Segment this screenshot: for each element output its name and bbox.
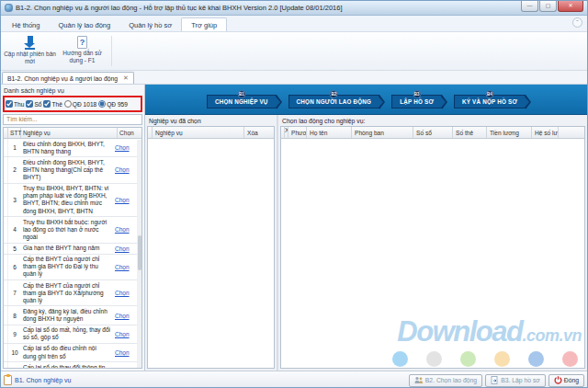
header-action[interactable]: Chọn (118, 128, 141, 138)
content-area: Danh sách nghiệp vụ Thu Sổ Thẻ QĐ 1018 Q… (1, 85, 587, 371)
labor-column-header[interactable]: Số sổ (413, 127, 453, 138)
document-tab-close-icon[interactable]: ✕ (123, 74, 129, 82)
grid-panels: Nghiệp vụ đã chọn Nghiệp vụ Xóa Chọn lao… (145, 115, 587, 371)
table-row: 1 Điều chỉnh đóng BHXH, BHYT, BHTN hàng … (4, 139, 137, 157)
row-task-name: Điều chỉnh đóng BHXH, BHYT, BHTN hàng th… (21, 157, 113, 182)
row-task-name: Cấp lại sổ do mất, hỏng, thay đổi số sổ,… (21, 325, 113, 343)
chon-link[interactable]: Chọn (115, 197, 130, 203)
selected-tasks-title: Nghiệp vụ đã chọn (145, 115, 277, 126)
chon-link[interactable]: Chọn (115, 144, 130, 151)
row-number: 1 (8, 144, 21, 151)
table-row: 9 Cấp lại sổ do mất, hỏng, thay đổi số s… (4, 325, 137, 344)
filter-so[interactable]: Sổ (26, 100, 41, 108)
header-task[interactable]: Nghiệp vụ (21, 128, 118, 138)
help-button[interactable]: ? Hướng dẫn sử dụng - F1 (56, 34, 108, 68)
labor-column-header[interactable]: Hệ số lương (532, 127, 559, 138)
the-label[interactable]: Thẻ (51, 101, 62, 108)
chon-link[interactable]: Chọn (115, 349, 130, 356)
labor-column-header[interactable]: Số thẻ (453, 127, 487, 138)
table-row: 10 Cấp lại sổ do điều chỉnh nội dung ghi… (4, 344, 137, 362)
table-row: 5 Gia hạn thẻ BHYT hàng năm Chọn (4, 244, 137, 255)
chon-link[interactable]: Chọn (115, 264, 130, 270)
sidebar-scrollbar[interactable] (137, 140, 141, 368)
qd959-radio[interactable] (98, 100, 106, 108)
the-checkbox[interactable] (43, 100, 51, 108)
labor-panel: Chọn lao động cho nghiệp vụ: Xóa Phương … (278, 115, 587, 371)
chon-link[interactable]: Chọn (115, 290, 130, 296)
title-bar: B1-2. Chọn nghiệp vụ & người lao động - … (1, 1, 587, 16)
app-window: { "window": { "title": "B1-2. Chọn nghiệ… (0, 0, 588, 388)
status-step-indicator: B1. Chọn nghiệp vụ (4, 375, 72, 385)
so-label[interactable]: Sổ (34, 101, 41, 108)
close-button[interactable]: ✕ (558, 1, 583, 12)
ribbon-body: Cập nhật phiên bản mới ? Hướng dẫn sử dụ… (1, 32, 587, 71)
row-task-name: Truy thu BHXH bắt buộc: người lao động c… (21, 217, 113, 242)
dong-close-button[interactable]: Đóng (548, 374, 584, 387)
qd1018-label[interactable]: QĐ 1018 (73, 101, 96, 108)
main-area: B1 CHỌN NGHIỆP VỤ B2 CHỌN NGƯỜI LAO ĐỘNG… (145, 85, 587, 371)
search-input[interactable]: Tìm kiếm... (3, 114, 142, 125)
chon-link[interactable]: Chọn (115, 331, 130, 337)
filter-qd1018[interactable]: QĐ 1018 (64, 100, 96, 108)
window-controls: — ▢ ✕ (520, 1, 583, 12)
selected-tasks-grid-header: Nghiệp vụ Xóa (148, 127, 274, 139)
wizard-step: B4 KÝ VÀ NỘP HỒ SƠ (454, 95, 526, 108)
labor-column-header[interactable]: Tiền lương (487, 127, 532, 138)
ribbon-tab[interactable]: Trợ giúp (181, 17, 227, 31)
power-icon (554, 376, 562, 384)
window-title: B1-2. Chọn nghiệp vụ & người lao động - … (16, 4, 343, 12)
ribbon-tab[interactable]: Quản lý hồ sơ (119, 18, 181, 31)
chon-link[interactable]: Chọn (115, 226, 130, 233)
sidebar-task-list: Danh sách nghiệp vụ Thu Sổ Thẻ QĐ 1018 Q… (1, 85, 145, 371)
task-table-header: STT Nghiệp vụ Chọn (4, 128, 141, 139)
row-task-name: Cấp thẻ BHYT của người chỉ tham gia BHYT… (21, 255, 113, 280)
status-buttons: B2. Chọn lao động B3. Lập hồ sơ Đóng (409, 374, 584, 387)
header-delete[interactable]: Xóa (244, 127, 274, 138)
table-row: 2 Điều chỉnh đóng BHXH, BHYT, BHTN hàng … (4, 157, 137, 183)
thu-label[interactable]: Thu (14, 101, 24, 108)
header-stt[interactable]: STT (8, 128, 21, 138)
document-tab-label: B1-2. Chọn nghiệp vụ & người lao động (7, 75, 118, 82)
chon-link[interactable]: Chọn (115, 166, 130, 173)
filter-thu[interactable]: Thu (6, 100, 24, 108)
help-label: Hướng dẫn sử dụng - F1 (56, 50, 108, 64)
b3-lap-ho-so-button[interactable]: B3. Lập hồ sơ (485, 374, 546, 387)
row-number: 8 (8, 313, 21, 319)
chon-link[interactable]: Chọn (115, 245, 130, 252)
wizard-step: B2 CHỌN NGƯỜI LAO ĐỘNG (288, 95, 380, 108)
row-number: 5 (8, 245, 21, 252)
ribbon-tab[interactable]: Quản lý lao động (49, 18, 119, 31)
status-step-label: B1. Chọn nghiệp vụ (15, 377, 72, 383)
so-checkbox[interactable] (26, 100, 33, 108)
row-task-name: Cấp thẻ BHYT của người chỉ tham gia BHYT… (21, 280, 113, 305)
maximize-button[interactable]: ▢ (539, 1, 557, 12)
update-version-button[interactable]: Cập nhật phiên bản mới (4, 34, 56, 68)
b2-chon-lao-dong-button[interactable]: B2. Chọn lao động (409, 374, 482, 387)
document-tab[interactable]: B1-2. Chọn nghiệp vụ & người lao động ✕ (2, 72, 134, 84)
task-table-body: 1 Điều chỉnh đóng BHXH, BHYT, BHTN hàng … (4, 139, 141, 368)
scrollbar-thumb[interactable] (138, 235, 141, 270)
header-task[interactable]: Nghiệp vụ (153, 127, 244, 138)
help-question-icon: ? (77, 36, 87, 49)
ribbon-collapse-icon[interactable]: ˆ (572, 17, 582, 28)
labor-column-header[interactable]: Phòng ban (352, 127, 413, 138)
qd1018-radio[interactable] (64, 100, 72, 108)
labor-column-header[interactable]: Họ tên (307, 127, 352, 138)
labor-grid-body (281, 139, 584, 368)
step-badge: B1 (237, 90, 245, 98)
filter-the[interactable]: Thẻ (43, 100, 62, 108)
update-download-icon (24, 36, 36, 50)
filter-qd959[interactable]: QĐ 959 (98, 100, 128, 108)
minimize-button[interactable]: — (521, 1, 538, 12)
labor-panel-title: Chọn lao động cho nghiệp vụ: (278, 115, 587, 126)
qd959-label[interactable]: QĐ 959 (107, 101, 128, 108)
people-icon (414, 376, 424, 384)
step-badge: B4 (485, 90, 493, 98)
ribbon-tab[interactable]: Hệ thống (3, 18, 49, 31)
row-number: 2 (8, 166, 21, 173)
chon-link[interactable]: Chọn (115, 313, 130, 319)
row-number: 3 (8, 197, 21, 203)
row-number: 9 (8, 331, 21, 337)
labor-column-header[interactable]: Phương án (288, 127, 307, 138)
thu-checkbox[interactable] (6, 100, 13, 108)
